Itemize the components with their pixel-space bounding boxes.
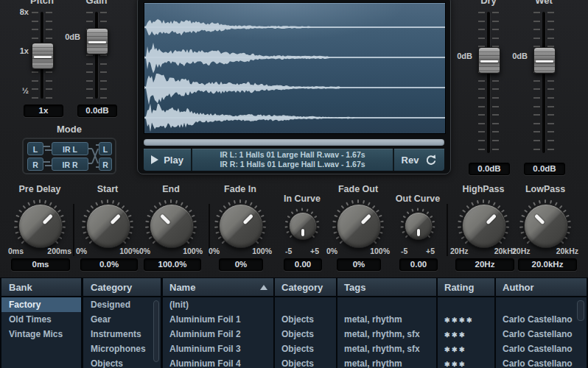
lowpass-tick — [545, 199, 546, 203]
bank-panel: Bank FactoryOld TimesVintage Mics — [1, 278, 81, 368]
in-curve-tick — [295, 208, 298, 211]
preset-browser: Bank FactoryOld TimesVintage Mics Catego… — [0, 277, 588, 368]
start-tick — [82, 226, 85, 227]
rating-cell — [436, 297, 494, 312]
start-knob[interactable] — [86, 204, 130, 248]
wet-value-box[interactable]: 0.0dB — [524, 163, 565, 175]
author-cell: Carlo Castellano — [494, 312, 587, 327]
reverse-button[interactable]: Rev — [393, 149, 444, 171]
lowpass-tick — [521, 215, 525, 218]
lowpass-knob[interactable] — [524, 204, 568, 248]
fade-out-max-label: 100% — [370, 247, 390, 255]
dry-fader-ticks — [492, 12, 499, 153]
category-item[interactable]: Gear — [83, 312, 161, 327]
fade-out-tick — [357, 199, 359, 203]
out-curve-tick — [421, 208, 424, 211]
pitch-value-box[interactable]: 1x — [24, 105, 63, 117]
fade-in-value-box[interactable]: 0% — [219, 258, 263, 271]
wet-fader-track[interactable] — [542, 12, 545, 153]
fade-in-tick — [214, 226, 218, 227]
pre-delay-knob[interactable] — [18, 204, 63, 248]
author-cell: Carlo Castellano — [494, 327, 587, 342]
play-button[interactable]: Play — [144, 149, 192, 171]
category-panel: Category DesignedGearInstrumentsMicropho… — [83, 278, 161, 368]
bank-item[interactable]: Vintage Mics — [1, 327, 81, 342]
preset-row[interactable]: Aluminium Foil 1Objectsmetal, rhythm✱✱✱✱… — [163, 312, 587, 327]
wet-fader-label: Wet — [520, 0, 567, 6]
out-curve-knob[interactable] — [405, 212, 433, 240]
in-curve-pointer — [301, 229, 304, 236]
column-header-category[interactable]: Category — [273, 278, 336, 297]
end-value-box[interactable]: 100.0% — [144, 258, 201, 271]
dry-fader-track[interactable] — [487, 12, 490, 153]
gain-fader-track[interactable] — [95, 12, 98, 99]
preset-row[interactable]: Aluminium Foil 4Objectsmetal, rhythm✱✱✱C… — [163, 356, 587, 368]
mode-routing-matrix[interactable]: L R IR L IR R L R — [22, 138, 116, 174]
waveform-scrollbar[interactable] — [144, 139, 444, 146]
dry-handle-stripe — [480, 60, 498, 63]
pitch-scale-label: 1x — [7, 46, 29, 55]
mode-output-right: R — [99, 158, 112, 171]
fade-out-value-box[interactable]: 0% — [337, 258, 381, 271]
gain-value-box[interactable]: 0.0dB — [77, 105, 117, 117]
in-curve-tick — [285, 226, 288, 227]
end-knob[interactable] — [150, 204, 194, 248]
author-cell: Carlo Castellano — [494, 356, 587, 368]
dry-value-box[interactable]: 0.0dB — [469, 163, 510, 175]
category-item[interactable]: Objects — [83, 356, 161, 368]
gain-fader-handle[interactable] — [86, 28, 108, 54]
column-header-rating[interactable]: Rating — [436, 278, 494, 297]
preset-row[interactable]: Aluminium Foil 2Objectsmetal, rhythm, sf… — [163, 327, 587, 342]
category-item[interactable]: Instruments — [83, 327, 161, 342]
lowpass-value-box[interactable]: 20.0kHz — [518, 258, 577, 271]
preset-table-scrollbar[interactable] — [577, 300, 584, 321]
preset-row[interactable]: (Init) — [163, 297, 587, 312]
highpass-tick — [458, 221, 461, 223]
fade-in-tick — [228, 202, 231, 205]
category-header[interactable]: Category — [83, 278, 161, 297]
dry-fader-handle[interactable] — [478, 47, 500, 74]
start-tick — [95, 202, 98, 205]
rating-cell: ✱✱✱ — [436, 342, 494, 356]
end-tick — [154, 205, 158, 209]
highpass-tick — [488, 200, 490, 204]
gain-handle-label: 0dB — [58, 32, 80, 41]
out-curve-value-box[interactable]: 0.00 — [399, 258, 438, 271]
name-cell: Aluminium Foil 2 — [163, 327, 273, 342]
category-item[interactable]: Microphones — [83, 342, 161, 356]
gain-handle-stripe — [88, 41, 106, 43]
bank-header[interactable]: Bank — [1, 278, 81, 297]
pre-delay-label: Pre Delay — [3, 184, 77, 194]
in-curve-knob[interactable] — [289, 212, 317, 240]
bank-item[interactable]: Old Times — [1, 312, 81, 327]
category-scrollbar[interactable] — [153, 300, 159, 362]
category-item[interactable]: Designed — [83, 297, 161, 312]
name-cell: Aluminium Foil 4 — [163, 356, 273, 368]
lowpass-tick — [533, 202, 536, 205]
category-cell: Objects — [273, 356, 336, 368]
in-curve-label: In Curve — [265, 194, 339, 204]
preset-row[interactable]: Aluminium Foil 3Objectsmetal, rhythm, sf… — [163, 342, 587, 356]
column-header-tags[interactable]: Tags — [336, 278, 436, 297]
highpass-value-box[interactable]: 20Hz — [455, 258, 514, 271]
fade-out-tick — [333, 231, 337, 233]
category-cell — [273, 297, 336, 312]
lowpass-scale: 20Hz20kHz — [512, 247, 578, 255]
start-value-box[interactable]: 0.0% — [80, 258, 138, 271]
ir-file-info[interactable]: IR L: 1 Halls 01 Large Hall R.wav - 1.67… — [192, 149, 393, 171]
fade-in-knob[interactable] — [219, 204, 263, 248]
tags-cell: metal, rhythm, sfx — [336, 342, 436, 356]
wet-fader-handle[interactable] — [533, 47, 556, 74]
bank-item[interactable]: Factory — [1, 297, 81, 312]
fade-out-knob[interactable] — [337, 204, 381, 248]
pitch-fader-handle[interactable] — [32, 43, 54, 69]
pre-delay-value-box[interactable]: 0ms — [11, 258, 70, 271]
start-tick — [83, 215, 87, 218]
column-header-name[interactable]: Name — [163, 278, 273, 297]
in-curve-value-box[interactable]: 0.00 — [284, 258, 322, 271]
column-header-author[interactable]: Author — [494, 278, 587, 297]
ir-waveform-channels — [144, 3, 445, 133]
highpass-knob[interactable] — [462, 204, 506, 248]
in-curve-tick — [287, 216, 290, 219]
lowpass-tick — [519, 221, 523, 223]
